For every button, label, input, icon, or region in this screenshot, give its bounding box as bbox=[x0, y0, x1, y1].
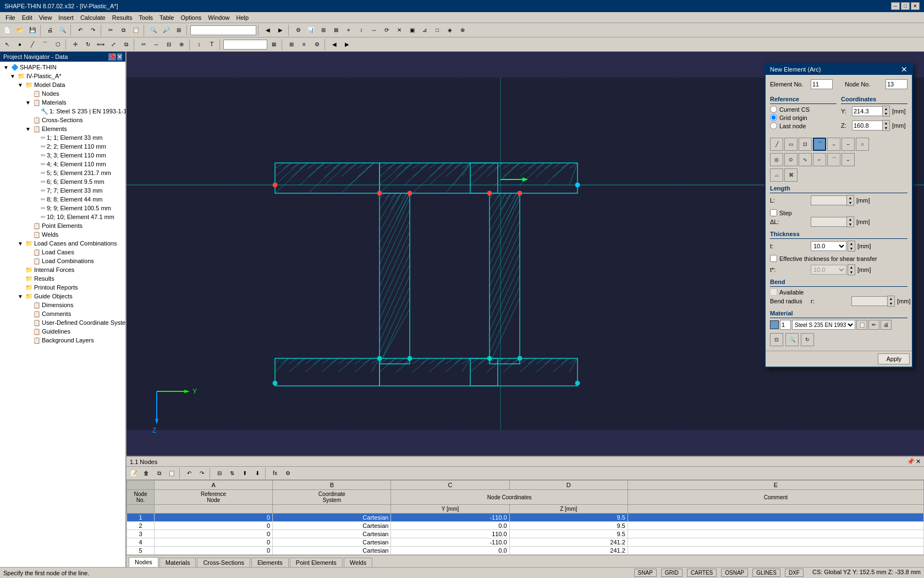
tb-more12[interactable]: ⊕ bbox=[457, 24, 469, 36]
tb-zoom-fit[interactable]: ⊞ bbox=[173, 24, 185, 36]
z-input[interactable] bbox=[852, 121, 882, 130]
grid-btn[interactable]: GRID bbox=[661, 569, 683, 577]
tab-materials[interactable]: Materials bbox=[160, 558, 196, 567]
menu-window[interactable]: Window bbox=[205, 13, 233, 22]
row4-z[interactable]: 241.2 bbox=[509, 538, 628, 547]
dl-spin[interactable]: ▲ ▼ bbox=[811, 216, 854, 227]
canvas-area[interactable]: Y Z New Element (Arc) ✕ Element No. bbox=[127, 52, 924, 456]
row1-ref[interactable]: 0 bbox=[155, 514, 273, 522]
tb-open[interactable]: 📂 bbox=[14, 24, 26, 36]
t-spin-down[interactable]: ▼ bbox=[848, 246, 855, 251]
z-spin[interactable]: ▲ ▼ bbox=[852, 120, 890, 131]
tb2-mirror[interactable]: ⟺ bbox=[95, 39, 107, 51]
menu-results[interactable]: Results bbox=[109, 13, 136, 22]
close-btn[interactable]: ✕ bbox=[911, 2, 920, 10]
eff-thickness-checkbox[interactable] bbox=[770, 255, 777, 262]
tree-item-el1[interactable]: ✏ 1; 1; Element 33 mm bbox=[1, 133, 124, 142]
y-spin-up[interactable]: ▲ bbox=[883, 106, 889, 111]
icon-btn-circ[interactable]: ○ bbox=[856, 138, 869, 151]
maximize-btn[interactable]: □ bbox=[901, 2, 910, 10]
tree-item-iv-plastic[interactable]: ▼ 📁 IV-Plastic_A* bbox=[1, 72, 124, 80]
icon-btn-arc[interactable]: ⌒ bbox=[813, 138, 826, 151]
icon-btn-curve2[interactable]: ⌣ bbox=[842, 153, 855, 166]
row2-coord-sys[interactable]: Cartesian bbox=[273, 522, 391, 530]
tb-zoom-in[interactable]: 🔍 bbox=[147, 24, 160, 36]
row2-z[interactable]: 9.5 bbox=[509, 522, 628, 530]
dxf-btn[interactable]: DXF bbox=[785, 569, 804, 577]
menu-tools[interactable]: Tools bbox=[135, 13, 156, 22]
l-spin-down[interactable]: ▼ bbox=[847, 200, 854, 205]
bt-del-row[interactable]: 🗑 bbox=[140, 467, 152, 479]
icon-btn-rect[interactable]: ▭ bbox=[784, 138, 798, 151]
row5-comment[interactable] bbox=[628, 547, 923, 555]
tree-item-shape-thin[interactable]: ▼ 🔷 SHAPE-THIN bbox=[1, 63, 124, 72]
icon-btn-wave[interactable]: ∿ bbox=[799, 153, 812, 166]
row1-comment[interactable] bbox=[628, 514, 923, 522]
dl-spin-down[interactable]: ▼ bbox=[847, 222, 854, 227]
tb2-arc[interactable]: ⌒ bbox=[39, 39, 51, 51]
tb-save[interactable]: 💾 bbox=[26, 24, 38, 36]
tree-item-user-cs[interactable]: 📋 User-Defined Coordinate Systems bbox=[1, 318, 124, 327]
row3-ref[interactable]: 0 bbox=[155, 530, 273, 538]
tree-item-point-elements[interactable]: 📋 Point Elements bbox=[1, 221, 124, 230]
radio-grid-origin-input[interactable] bbox=[770, 114, 777, 121]
bt-import[interactable]: ⬇ bbox=[251, 467, 263, 479]
tb-print[interactable]: 🖨 bbox=[44, 24, 56, 36]
tree-item-load-cases-combo[interactable]: ▼ 📁 Load Cases and Combinations bbox=[1, 239, 124, 248]
tab-nodes[interactable]: Nodes bbox=[129, 557, 158, 567]
y-spin-down[interactable]: ▼ bbox=[883, 111, 889, 116]
bt-undo[interactable]: ↶ bbox=[183, 467, 195, 479]
bottom-close-btn[interactable]: ✕ bbox=[916, 458, 921, 465]
tree-item-bg-layers[interactable]: 📋 Background Layers bbox=[1, 336, 124, 345]
tree-item-model-data[interactable]: ▼ 📁 Model Data bbox=[1, 80, 124, 89]
tree-item-mat1[interactable]: 🔧 1: Steel S 235 | EN 1993-1-1:2005 bbox=[1, 107, 124, 116]
bottom-pin-btn[interactable]: 📌 bbox=[907, 458, 915, 465]
tb2-dim[interactable]: ↕ bbox=[193, 39, 205, 51]
bt-new-row[interactable]: 📝 bbox=[128, 467, 140, 479]
tb2-layer[interactable]: ≡ bbox=[298, 39, 310, 51]
tb2-trim[interactable]: ✂ bbox=[138, 39, 150, 51]
dialog-close-btn[interactable]: ✕ bbox=[901, 66, 908, 73]
bt-paste-row[interactable]: 📋 bbox=[166, 467, 178, 479]
y-input[interactable] bbox=[852, 106, 882, 116]
tb-more1[interactable]: ⊞ bbox=[317, 24, 329, 36]
radio-last-node-input[interactable] bbox=[770, 122, 777, 129]
tb-results[interactable]: 📊 bbox=[305, 24, 317, 36]
r-spin-down[interactable]: ▼ bbox=[888, 301, 894, 306]
tab-point-elements[interactable]: Point Elements bbox=[290, 558, 343, 567]
apply-button[interactable]: Apply bbox=[878, 353, 910, 364]
tb2-extend[interactable]: ↔ bbox=[150, 39, 162, 51]
tree-item-welds[interactable]: 📋 Welds bbox=[1, 230, 124, 239]
tb-more5[interactable]: ↔ bbox=[368, 24, 380, 36]
radio-current-cs-input[interactable] bbox=[770, 106, 777, 113]
icon-btn-circ3[interactable]: ⊙ bbox=[784, 153, 798, 166]
row4-y[interactable]: -110.0 bbox=[391, 538, 509, 547]
l-spin-up[interactable]: ▲ bbox=[847, 195, 854, 200]
tree-item-load-combos[interactable]: 📋 Load Combinations bbox=[1, 257, 124, 265]
menu-file[interactable]: File bbox=[2, 13, 19, 22]
cartes-btn[interactable]: CARTES bbox=[687, 569, 717, 577]
row1-y[interactable]: -110.0 bbox=[391, 514, 509, 522]
tb-more2[interactable]: ⊠ bbox=[330, 24, 342, 36]
snap-btn[interactable]: SNAP bbox=[634, 569, 657, 577]
row1-z[interactable]: 9.5 bbox=[509, 514, 628, 522]
tree-item-comments[interactable]: 📋 Comments bbox=[1, 309, 124, 318]
tb2-grid[interactable]: ⊞ bbox=[285, 39, 298, 51]
ts-spin-up[interactable]: ▲ bbox=[848, 265, 855, 270]
z-spin-up[interactable]: ▲ bbox=[883, 121, 889, 126]
row3-comment[interactable] bbox=[628, 530, 923, 538]
icon-btn-box[interactable]: ⊡ bbox=[799, 138, 812, 151]
tree-item-printout-reports[interactable]: 📁 Printout Reports bbox=[1, 283, 124, 292]
zoom-input[interactable] bbox=[190, 25, 256, 35]
row5-ref[interactable]: 0 bbox=[155, 547, 273, 555]
tb-more7[interactable]: ✕ bbox=[393, 24, 405, 36]
tree-item-guidelines[interactable]: 📋 Guidelines bbox=[1, 327, 124, 336]
icon-btn-curve[interactable]: ⌒ bbox=[827, 153, 840, 166]
dlg-snap-btn[interactable]: ⊡ bbox=[770, 333, 783, 346]
radio-last-node[interactable]: Last node bbox=[770, 122, 837, 129]
tree-item-cross-sections[interactable]: 📋 Cross-Sections bbox=[1, 116, 124, 124]
step-checkbox[interactable] bbox=[770, 209, 777, 216]
bt-copy-row[interactable]: ⧉ bbox=[153, 467, 165, 479]
row5-z[interactable]: 241.2 bbox=[509, 547, 628, 555]
menu-edit[interactable]: Edit bbox=[19, 13, 36, 22]
